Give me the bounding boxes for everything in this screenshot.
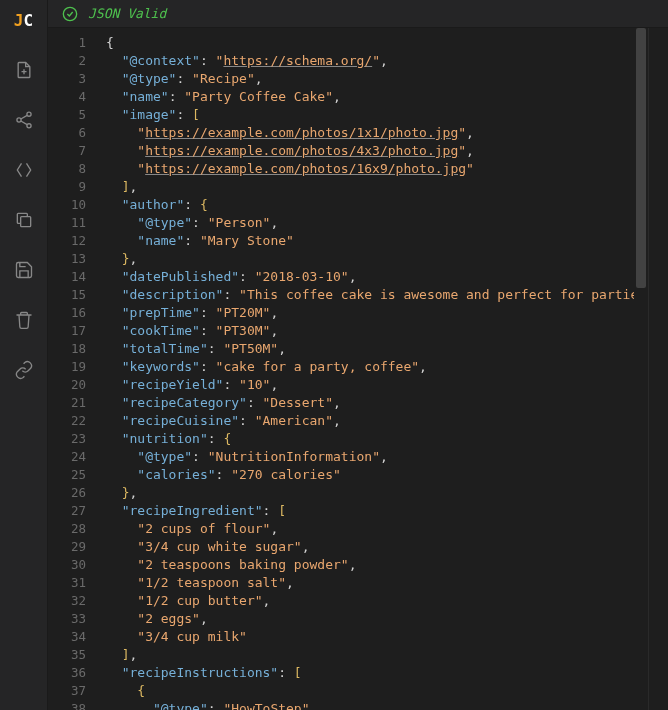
link-icon[interactable]	[6, 352, 42, 388]
line-number: 28	[48, 520, 86, 538]
code-area[interactable]: { "@context": "https://schema.org/", "@t…	[96, 28, 634, 710]
line-number: 18	[48, 340, 86, 358]
code-line[interactable]: "recipeCuisine": "American",	[106, 412, 634, 430]
code-line[interactable]: {	[106, 34, 634, 52]
minimap[interactable]	[648, 28, 668, 710]
line-number: 27	[48, 502, 86, 520]
code-line[interactable]: "@type": "HowToStep",	[106, 700, 634, 710]
line-number: 30	[48, 556, 86, 574]
code-line[interactable]: "@type": "Person",	[106, 214, 634, 232]
line-number: 26	[48, 484, 86, 502]
code-line[interactable]: "@type": "Recipe",	[106, 70, 634, 88]
code-line[interactable]: "@type": "NutritionInformation",	[106, 448, 634, 466]
valid-check-icon	[62, 6, 78, 22]
line-number: 1	[48, 34, 86, 52]
line-number: 3	[48, 70, 86, 88]
code-line[interactable]: "keywords": "cake for a party, coffee",	[106, 358, 634, 376]
code-line[interactable]: "calories": "270 calories"	[106, 466, 634, 484]
line-number: 16	[48, 304, 86, 322]
code-line[interactable]: "recipeInstructions": [	[106, 664, 634, 682]
line-number: 17	[48, 322, 86, 340]
line-number: 36	[48, 664, 86, 682]
line-number: 22	[48, 412, 86, 430]
logo: JC	[8, 8, 40, 32]
collapse-icon[interactable]	[6, 152, 42, 188]
svg-point-2	[26, 124, 30, 128]
line-number: 12	[48, 232, 86, 250]
new-file-icon[interactable]	[6, 52, 42, 88]
line-number: 37	[48, 682, 86, 700]
code-line[interactable]: "totalTime": "PT50M",	[106, 340, 634, 358]
line-number: 33	[48, 610, 86, 628]
code-line[interactable]: "description": "This coffee cake is awes…	[106, 286, 634, 304]
save-icon[interactable]	[6, 252, 42, 288]
line-number: 5	[48, 106, 86, 124]
code-line[interactable]: "@context": "https://schema.org/",	[106, 52, 634, 70]
main: JSON Valid 12345678910111213141516171819…	[48, 0, 668, 710]
line-number: 20	[48, 376, 86, 394]
code-line[interactable]: "https://example.com/photos/4x3/photo.jp…	[106, 142, 634, 160]
line-gutter: 1234567891011121314151617181920212223242…	[48, 28, 96, 710]
code-line[interactable]: "recipeIngredient": [	[106, 502, 634, 520]
logo-j: J	[14, 11, 24, 30]
svg-rect-3	[20, 217, 30, 227]
line-number: 35	[48, 646, 86, 664]
copy-icon[interactable]	[6, 202, 42, 238]
line-number: 25	[48, 466, 86, 484]
line-number: 38	[48, 700, 86, 710]
code-line[interactable]: "3/4 cup white sugar",	[106, 538, 634, 556]
code-line[interactable]: },	[106, 484, 634, 502]
code-line[interactable]: "2 eggs",	[106, 610, 634, 628]
code-line[interactable]: "2 teaspoons baking powder",	[106, 556, 634, 574]
line-number: 9	[48, 178, 86, 196]
delete-icon[interactable]	[6, 302, 42, 338]
svg-point-4	[63, 7, 76, 20]
code-line[interactable]: "https://example.com/photos/1x1/photo.jp…	[106, 124, 634, 142]
code-line[interactable]: "datePublished": "2018-03-10",	[106, 268, 634, 286]
scrollbar[interactable]	[634, 28, 648, 710]
editor: 1234567891011121314151617181920212223242…	[48, 28, 668, 710]
line-number: 19	[48, 358, 86, 376]
line-number: 6	[48, 124, 86, 142]
code-line[interactable]: {	[106, 682, 634, 700]
code-line[interactable]: "recipeYield": "10",	[106, 376, 634, 394]
code-line[interactable]: "2 cups of flour",	[106, 520, 634, 538]
line-number: 34	[48, 628, 86, 646]
line-number: 13	[48, 250, 86, 268]
line-number: 24	[48, 448, 86, 466]
code-line[interactable]: "nutrition": {	[106, 430, 634, 448]
code-line[interactable]: "recipeCategory": "Dessert",	[106, 394, 634, 412]
line-number: 14	[48, 268, 86, 286]
svg-point-1	[16, 118, 20, 122]
code-line[interactable]: "1/2 cup butter",	[106, 592, 634, 610]
code-line[interactable]: "cookTime": "PT30M",	[106, 322, 634, 340]
line-number: 23	[48, 430, 86, 448]
code-line[interactable]: "name": "Mary Stone"	[106, 232, 634, 250]
line-number: 31	[48, 574, 86, 592]
line-number: 8	[48, 160, 86, 178]
code-line[interactable]: ],	[106, 178, 634, 196]
line-number: 15	[48, 286, 86, 304]
code-line[interactable]: },	[106, 250, 634, 268]
status-bar: JSON Valid	[48, 0, 668, 28]
code-line[interactable]: "https://example.com/photos/16x9/photo.j…	[106, 160, 634, 178]
line-number: 10	[48, 196, 86, 214]
code-line[interactable]: ],	[106, 646, 634, 664]
logo-c: C	[24, 11, 34, 30]
status-text: JSON Valid	[88, 6, 166, 21]
line-number: 29	[48, 538, 86, 556]
share-icon[interactable]	[6, 102, 42, 138]
line-number: 32	[48, 592, 86, 610]
line-number: 11	[48, 214, 86, 232]
code-line[interactable]: "1/2 teaspoon salt",	[106, 574, 634, 592]
line-number: 7	[48, 142, 86, 160]
code-line[interactable]: "author": {	[106, 196, 634, 214]
code-line[interactable]: "image": [	[106, 106, 634, 124]
code-line[interactable]: "3/4 cup milk"	[106, 628, 634, 646]
code-line[interactable]: "prepTime": "PT20M",	[106, 304, 634, 322]
scrollbar-thumb[interactable]	[636, 28, 646, 288]
code-line[interactable]: "name": "Party Coffee Cake",	[106, 88, 634, 106]
line-number: 2	[48, 52, 86, 70]
sidebar: JC	[0, 0, 48, 710]
svg-point-0	[26, 112, 30, 116]
